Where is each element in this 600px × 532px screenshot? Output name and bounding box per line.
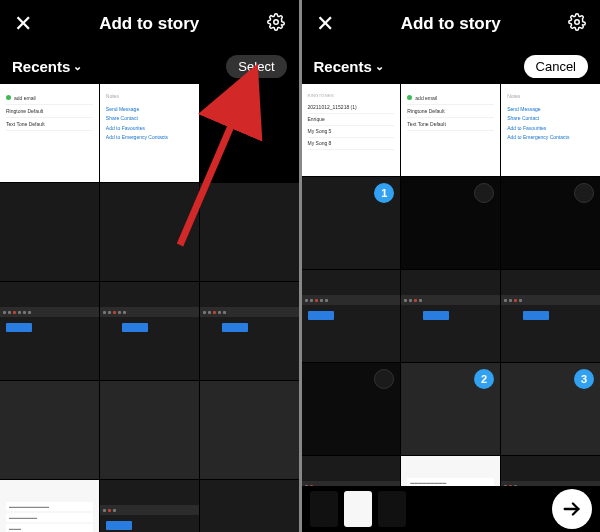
thumb-text: Ringtone	[407, 108, 427, 114]
album-label: Recents	[314, 58, 372, 75]
thumb-text: Default	[29, 121, 45, 127]
cancel-button[interactable]: Cancel	[524, 55, 588, 78]
tray-thumb[interactable]	[310, 491, 338, 527]
thumb-text: Notes	[507, 92, 594, 102]
phone-right: ✕ Add to story Recents ⌄ Cancel RINGTONE…	[302, 0, 601, 532]
grid-thumb[interactable]	[100, 282, 199, 380]
close-icon[interactable]: ✕	[14, 13, 32, 35]
thumb-text: My Song 5	[308, 126, 395, 138]
grid-thumb[interactable]	[200, 84, 299, 182]
selection-badge-empty	[374, 369, 394, 389]
selection-badge: 3	[574, 369, 594, 389]
grid-thumb[interactable]	[200, 183, 299, 281]
topbar: ✕ Add to story	[0, 0, 299, 48]
subbar: Recents ⌄ Cancel	[302, 48, 601, 84]
thumb-text: Default	[429, 108, 445, 114]
thumb-text: Text Tone	[6, 121, 27, 127]
thumb-text: Send Message	[507, 105, 594, 115]
thumb-text: Default	[430, 121, 446, 127]
topbar: ✕ Add to story	[302, 0, 601, 48]
grid-thumb[interactable]	[100, 381, 199, 479]
arrow-right-icon	[561, 498, 583, 520]
thumb-text: Text Tone	[407, 121, 428, 127]
chevron-down-icon: ⌄	[375, 60, 384, 73]
grid-thumb[interactable]	[200, 480, 299, 532]
next-button[interactable]	[552, 489, 592, 529]
close-icon[interactable]: ✕	[316, 13, 334, 35]
grid-thumb[interactable]: add email Ringtone Default Text Tone Def…	[0, 84, 99, 182]
thumb-text: Add to Favourites	[507, 124, 594, 134]
thumb-text: RINGTONES	[308, 92, 395, 99]
thumb-text: Default	[27, 108, 43, 114]
grid-thumb[interactable]	[401, 177, 500, 269]
thumb-text: 20211012_115218 (1)	[308, 102, 395, 114]
thumb-text: Share Contact	[106, 114, 193, 124]
settings-icon[interactable]	[267, 13, 285, 36]
grid-thumb-selected[interactable]: 3	[501, 363, 600, 455]
settings-icon[interactable]	[568, 13, 586, 36]
selection-badge: 1	[374, 183, 394, 203]
grid-thumb[interactable]: RINGTONES 20211012_115218 (1) Enrique My…	[302, 84, 401, 176]
grid-thumb[interactable]: add email Ringtone Default Text Tone Def…	[401, 84, 500, 176]
grid-thumb[interactable]	[501, 270, 600, 362]
chevron-down-icon: ⌄	[73, 60, 82, 73]
grid-thumb[interactable]	[100, 480, 199, 532]
tray-thumb[interactable]	[378, 491, 406, 527]
grid-thumb[interactable]: Notes Send Message Share Contact Add to …	[501, 84, 600, 176]
thumb-text: Ringtone	[6, 108, 26, 114]
thumb-text: My Song 8	[308, 138, 395, 150]
photo-grid: RINGTONES 20211012_115218 (1) Enrique My…	[302, 84, 601, 532]
selection-tray	[302, 486, 601, 532]
page-title: Add to story	[334, 14, 569, 34]
album-picker[interactable]: Recents ⌄	[12, 58, 82, 75]
thumb-text: Add to Emergency Contacts	[106, 133, 193, 143]
grid-thumb[interactable]	[302, 270, 401, 362]
selection-badge-empty	[474, 183, 494, 203]
tray-thumb[interactable]	[344, 491, 372, 527]
photo-grid: add email Ringtone Default Text Tone Def…	[0, 84, 299, 532]
thumb-text: Share Contact	[507, 114, 594, 124]
grid-thumb[interactable]: ▬▬▬▬▬▬▬▬▬▬ ▬▬▬▬▬▬▬ ▬▬▬ ▬▬▬▬▬	[0, 480, 99, 532]
grid-thumb[interactable]	[0, 282, 99, 380]
grid-thumb[interactable]	[401, 270, 500, 362]
thumb-text: Add to Favourites	[106, 124, 193, 134]
phone-left: ✕ Add to story Recents ⌄ Select add emai…	[0, 0, 299, 532]
thumb-text: Notes	[106, 92, 193, 102]
svg-point-0	[273, 19, 278, 24]
grid-thumb[interactable]	[0, 183, 99, 281]
thumb-text: Add to Emergency Contacts	[507, 133, 594, 143]
thumb-text: add email	[14, 95, 36, 101]
grid-thumb[interactable]	[200, 282, 299, 380]
grid-thumb[interactable]	[501, 177, 600, 269]
album-label: Recents	[12, 58, 70, 75]
selection-badge: 2	[474, 369, 494, 389]
grid-thumb[interactable]	[100, 183, 199, 281]
page-title: Add to story	[32, 14, 267, 34]
selection-badge-empty	[574, 183, 594, 203]
thumb-text: Enrique	[308, 114, 395, 126]
grid-thumb-selected[interactable]: 2	[401, 363, 500, 455]
grid-thumb[interactable]	[0, 381, 99, 479]
thumb-text: add email	[415, 95, 437, 101]
grid-thumb[interactable]: Notes Send Message Share Contact Add to …	[100, 84, 199, 182]
album-picker[interactable]: Recents ⌄	[314, 58, 384, 75]
grid-thumb-selected[interactable]: 1	[302, 177, 401, 269]
svg-point-2	[575, 19, 580, 24]
grid-thumb[interactable]	[302, 363, 401, 455]
select-button[interactable]: Select	[226, 55, 286, 78]
thumb-text: Send Message	[106, 105, 193, 115]
grid-thumb[interactable]	[200, 381, 299, 479]
subbar: Recents ⌄ Select	[0, 48, 299, 84]
